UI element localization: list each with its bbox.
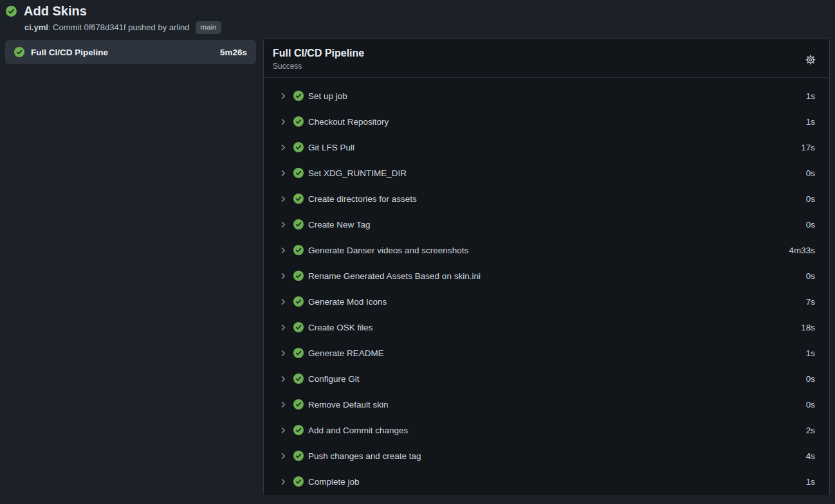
chevron-right-icon <box>279 426 288 435</box>
chevron-right-icon <box>279 169 288 177</box>
step-name: Generate README <box>308 348 384 358</box>
chevron-right-icon <box>279 92 288 100</box>
run-title: Add Skins <box>24 3 87 19</box>
check-circle-success-icon <box>293 271 304 281</box>
step-row[interactable]: Generate README 1s <box>264 340 829 366</box>
check-circle-success-icon <box>293 348 304 358</box>
step-name: Create New Tag <box>308 220 371 230</box>
job-title: Full CI/CD Pipeline <box>273 47 819 60</box>
step-name: Create OSK files <box>308 323 373 332</box>
check-circle-success-icon <box>293 399 304 410</box>
job-duration: 5m26s <box>220 48 247 57</box>
chevron-right-icon <box>279 401 288 409</box>
step-duration: 0s <box>806 374 815 384</box>
check-circle-success-icon <box>293 142 304 152</box>
check-circle-success-icon <box>6 6 17 17</box>
chevron-right-icon <box>279 246 288 255</box>
step-row[interactable]: Git LFS Pull 17s <box>264 134 829 160</box>
workflow-run-page: { "colors": { "page_bg": "#1c2027", "pan… <box>0 0 835 504</box>
steps-list: Set up job 1s Checkout Repository 1s <box>264 78 829 494</box>
step-duration: 7s <box>806 297 815 307</box>
check-circle-success-icon <box>293 194 304 204</box>
step-name: Generate Danser videos and screenshots <box>308 246 468 255</box>
step-duration: 1s <box>806 117 815 127</box>
step-name: Push changes and create tag <box>308 451 421 461</box>
step-row[interactable]: Checkout Repository 1s <box>264 109 829 134</box>
step-duration: 2s <box>806 426 815 435</box>
settings-button[interactable] <box>803 53 818 67</box>
chevron-right-icon <box>279 195 288 203</box>
check-circle-success-icon <box>293 322 304 332</box>
step-row[interactable]: Generate Danser videos and screenshots 4… <box>264 237 829 263</box>
check-circle-success-icon <box>293 425 304 435</box>
commit-text: : Commit 0f678d341f pushed by arlind <box>48 22 190 33</box>
step-name: Generate Mod Icons <box>308 297 387 307</box>
step-duration: 4m33s <box>789 246 815 255</box>
workflow-file-name: ci.yml <box>24 22 48 33</box>
chevron-right-icon <box>279 452 288 460</box>
step-name: Set up job <box>308 91 347 101</box>
step-row[interactable]: Add and Commit changes 2s <box>264 417 829 443</box>
step-duration: 1s <box>806 348 815 358</box>
step-name: Set XDG_RUNTIME_DIR <box>308 168 407 178</box>
step-row[interactable]: Push changes and create tag 4s <box>264 443 829 469</box>
step-duration: 4s <box>806 451 815 461</box>
commit-line: ci.yml: Commit 0f678d341f pushed by arli… <box>24 21 221 34</box>
chevron-right-icon <box>279 323 288 332</box>
step-name: Complete job <box>308 477 360 487</box>
sidebar-job-item[interactable]: Full CI/CD Pipeline 5m26s <box>5 40 256 64</box>
step-row[interactable]: Remove Default skin 0s <box>264 392 829 417</box>
step-duration: 1s <box>806 91 815 101</box>
step-row[interactable]: Configure Git 0s <box>264 366 829 392</box>
chevron-right-icon <box>279 349 288 357</box>
jobs-sidebar: Full CI/CD Pipeline 5m26s <box>5 40 256 64</box>
check-circle-success-icon <box>293 451 304 461</box>
check-circle-success-icon <box>293 245 304 255</box>
step-duration: 17s <box>801 143 815 152</box>
step-duration: 0s <box>806 220 815 230</box>
chevron-right-icon <box>279 478 288 486</box>
chevron-right-icon <box>279 298 288 306</box>
check-circle-success-icon <box>293 374 304 384</box>
check-circle-success-icon <box>293 116 304 127</box>
job-name: Full CI/CD Pipeline <box>31 48 108 57</box>
step-duration: 0s <box>806 400 815 410</box>
step-name: Remove Default skin <box>308 400 389 410</box>
step-row[interactable]: Create directories for assets 0s <box>264 186 829 212</box>
step-name: Git LFS Pull <box>308 143 354 152</box>
step-row[interactable]: Create OSK files 18s <box>264 314 829 340</box>
check-circle-success-icon <box>14 47 24 57</box>
step-row[interactable]: Generate Mod Icons 7s <box>264 289 829 314</box>
branch-badge: main <box>196 21 222 34</box>
step-duration: 1s <box>806 477 815 487</box>
step-row[interactable]: Create New Tag 0s <box>264 212 829 237</box>
check-circle-success-icon <box>293 168 304 178</box>
step-row[interactable]: Set up job 1s <box>264 83 829 109</box>
step-row[interactable]: Set XDG_RUNTIME_DIR 0s <box>264 160 829 186</box>
step-row[interactable]: Complete job 1s <box>264 469 829 494</box>
job-log-header: Full CI/CD Pipeline Success <box>264 39 829 78</box>
run-header: Add Skins ci.yml: Commit 0f678d341f push… <box>6 3 221 34</box>
step-duration: 0s <box>806 194 815 204</box>
step-row[interactable]: Rename Generated Assets Based on skin.in… <box>264 263 829 289</box>
chevron-right-icon <box>279 375 288 383</box>
step-duration: 18s <box>801 323 815 332</box>
step-duration: 0s <box>806 168 815 178</box>
job-status: Success <box>273 62 819 71</box>
check-circle-success-icon <box>293 219 304 230</box>
chevron-right-icon <box>279 221 288 229</box>
step-name: Configure Git <box>308 374 360 384</box>
chevron-right-icon <box>279 272 288 280</box>
step-name: Rename Generated Assets Based on skin.in… <box>308 271 481 281</box>
check-circle-success-icon <box>293 91 304 101</box>
gear-icon <box>805 54 816 66</box>
chevron-right-icon <box>279 143 288 152</box>
check-circle-success-icon <box>293 476 304 487</box>
step-name: Add and Commit changes <box>308 426 408 435</box>
chevron-right-icon <box>279 118 288 126</box>
step-name: Checkout Repository <box>308 117 389 127</box>
step-duration: 0s <box>806 271 815 281</box>
job-log-panel: Full CI/CD Pipeline Success <box>263 38 830 496</box>
step-name: Create directories for assets <box>308 194 417 204</box>
check-circle-success-icon <box>293 296 304 307</box>
